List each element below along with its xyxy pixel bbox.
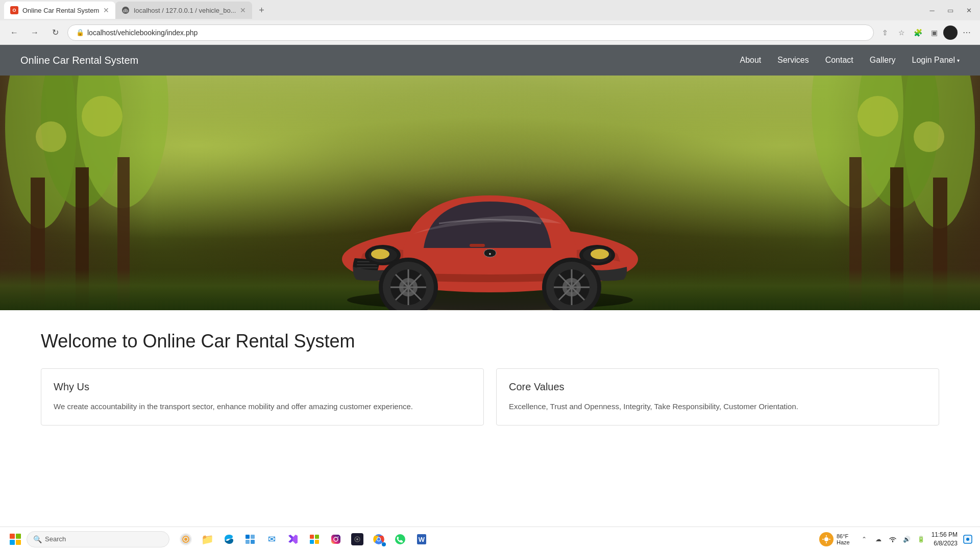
car-svg: ● — [311, 116, 669, 310]
tab2-close-btn[interactable]: ✕ — [240, 6, 246, 14]
site-navbar: Online Car Rental System About Services … — [0, 45, 980, 76]
svg-point-22 — [371, 249, 389, 259]
address-bar[interactable]: 🔒 localhost/vehiclebooking/index.php — [67, 24, 874, 41]
nav-login-panel[interactable]: Login Panel ▾ — [912, 56, 960, 65]
core-values-text: Excellence, Trust and Openness, Integrit… — [509, 401, 926, 413]
svg-point-25 — [591, 249, 609, 259]
svg-point-17 — [857, 96, 898, 137]
svg-text:db: db — [123, 8, 128, 13]
tab-close-btn[interactable]: ✕ — [103, 6, 109, 14]
restore-button[interactable]: ▭ — [943, 3, 958, 17]
inactive-tab[interactable]: db localhost / 127.0.0.1 / vehicle_bo...… — [115, 2, 252, 19]
why-us-card: Why Us We create accountability in the t… — [41, 368, 484, 425]
share-icon[interactable]: ⇧ — [878, 26, 892, 40]
dropdown-caret-icon: ▾ — [957, 58, 960, 63]
svg-text:●: ● — [489, 252, 492, 256]
back-button[interactable]: ← — [6, 24, 22, 41]
forward-button[interactable]: → — [27, 24, 43, 41]
svg-point-8 — [36, 121, 66, 152]
refresh-button[interactable]: ↻ — [47, 24, 63, 41]
browser-chrome: O Online Car Rental System ✕ db localhos… — [0, 0, 980, 446]
address-text: localhost/vehiclebooking/index.php — [87, 29, 198, 37]
why-us-title: Why Us — [54, 381, 471, 393]
tab-title: Online Car Rental System — [22, 7, 99, 14]
profile-avatar[interactable] — [943, 26, 958, 40]
nav-services[interactable]: Services — [777, 56, 808, 65]
browser-action-icons: ⇧ ☆ 🧩 ▣ ⋯ — [878, 26, 974, 40]
nav-about[interactable]: About — [740, 56, 761, 65]
site-brand[interactable]: Online Car Rental System — [20, 55, 138, 66]
active-tab[interactable]: O Online Car Rental System ✕ — [4, 2, 115, 19]
main-content: Welcome to Online Car Rental System Why … — [0, 310, 980, 446]
website-content: Online Car Rental System About Services … — [0, 45, 980, 446]
site-nav: About Services Contact Gallery Login Pan… — [740, 56, 960, 65]
svg-point-9 — [82, 96, 122, 137]
new-tab-button[interactable]: + — [254, 3, 268, 17]
why-us-text: We create accountability in the transpor… — [54, 401, 471, 413]
welcome-title: Welcome to Online Car Rental System — [41, 331, 939, 352]
window-controls: ─ ▭ ✕ — [925, 3, 976, 17]
extensions-icon[interactable]: 🧩 — [911, 26, 925, 40]
browser-titlebar: O Online Car Rental System ✕ db localhos… — [0, 0, 980, 20]
hero-section: ● — [0, 76, 980, 310]
browser-addressbar: ← → ↻ 🔒 localhost/vehiclebooking/index.p… — [0, 20, 980, 45]
nav-contact[interactable]: Contact — [825, 56, 853, 65]
svg-point-16 — [914, 121, 944, 152]
login-panel-label: Login Panel — [912, 56, 955, 65]
tab-favicon: O — [10, 6, 18, 14]
core-values-card: Core Values Excellence, Trust and Openne… — [496, 368, 939, 425]
bookmark-icon[interactable]: ☆ — [894, 26, 909, 40]
browser-menu-button[interactable]: ⋯ — [960, 26, 974, 40]
sidebar-toggle-icon[interactable]: ▣ — [927, 26, 941, 40]
svg-rect-44 — [470, 244, 485, 247]
tab2-favicon: db — [121, 6, 130, 14]
close-button[interactable]: ✕ — [962, 3, 976, 17]
nav-gallery[interactable]: Gallery — [870, 56, 896, 65]
tab2-title: localhost / 127.0.0.1 / vehicle_bo... — [134, 7, 236, 14]
core-values-title: Core Values — [509, 381, 926, 393]
cards-row: Why Us We create accountability in the t… — [41, 368, 939, 425]
hero-car: ● — [311, 116, 669, 310]
minimize-button[interactable]: ─ — [925, 3, 939, 17]
